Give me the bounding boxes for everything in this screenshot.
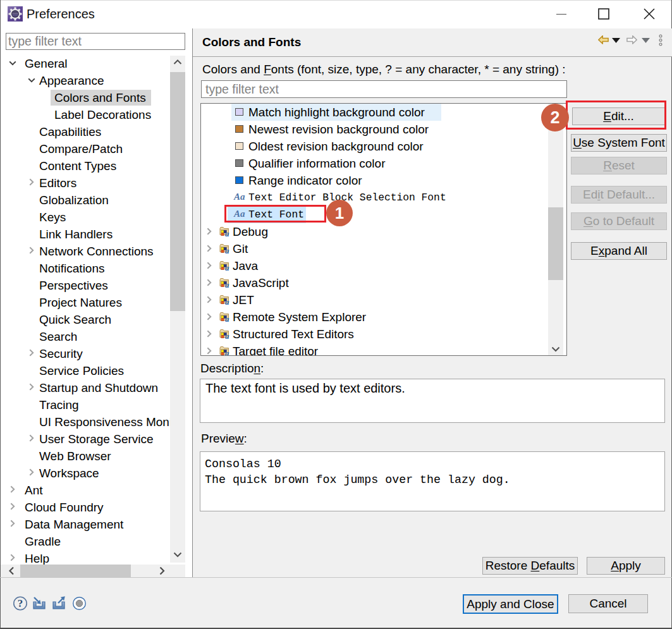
- svg-text:?: ?: [18, 597, 23, 609]
- svg-text:a: a: [225, 229, 229, 237]
- svg-text:a: a: [225, 348, 229, 356]
- svg-text:a: a: [225, 280, 229, 288]
- svg-text:a: a: [225, 314, 229, 322]
- svg-text:a: a: [225, 263, 229, 271]
- svg-text:a: a: [225, 246, 229, 254]
- svg-text:a: a: [225, 331, 229, 339]
- svg-text:a: a: [225, 297, 229, 305]
